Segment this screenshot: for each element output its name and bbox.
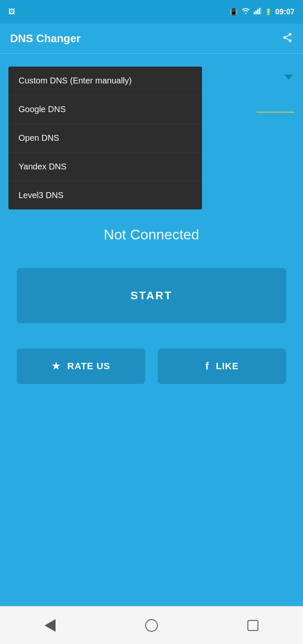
svg-rect-4 [260, 8, 261, 14]
svg-rect-2 [257, 9, 258, 14]
start-button-container: START [17, 268, 286, 323]
svg-rect-3 [259, 8, 260, 14]
app-title: DNS Changer [10, 32, 81, 45]
dropdown-item-open[interactable]: Open DNS [8, 124, 202, 153]
dropdown-item-custom[interactable]: Custom DNS (Enter manually) [8, 67, 202, 95]
right-controls [236, 67, 295, 160]
status-bar: 🖼 📳 🔋 09:07 [0, 0, 303, 24]
app-bar: DNS Changer [0, 24, 303, 54]
dns3-field-line [257, 136, 295, 137]
share-icon[interactable] [282, 32, 293, 46]
time-display: 09:07 [275, 8, 295, 16]
back-button[interactable] [32, 615, 68, 636]
facebook-icon: f [205, 360, 209, 372]
signal-icon [254, 8, 261, 16]
battery-icon: 🔋 [265, 8, 272, 15]
nav-bar [0, 606, 303, 644]
status-bar-left: 🖼 [8, 8, 15, 16]
wifi-icon [241, 8, 250, 16]
svg-rect-1 [255, 11, 257, 14]
chevron-down-icon[interactable] [283, 71, 295, 84]
connection-status: Not Connected [8, 226, 295, 243]
start-button[interactable]: START [17, 268, 286, 323]
like-button[interactable]: f LIKE [158, 349, 286, 384]
back-icon [45, 619, 56, 632]
dns2-field-line [257, 112, 295, 113]
photo-icon: 🖼 [8, 8, 15, 16]
vibrate-icon: 📳 [230, 8, 238, 16]
main-content: Custom DNS (Enter manually) Google DNS O… [0, 54, 303, 606]
dropdown-item-yandex[interactable]: Yandex DNS [8, 153, 202, 181]
home-icon [145, 619, 158, 632]
home-button[interactable] [133, 615, 170, 636]
status-bar-right: 📳 🔋 09:07 [230, 8, 295, 16]
dropdown-item-google[interactable]: Google DNS [8, 95, 202, 124]
dns1-field-line [257, 88, 295, 89]
recents-icon [247, 620, 258, 631]
dropdown-item-level3[interactable]: Level3 DNS [8, 181, 202, 209]
svg-rect-0 [254, 12, 255, 14]
action-buttons: ★ RATE US f LIKE [17, 349, 286, 384]
svg-marker-5 [284, 75, 293, 80]
star-icon: ★ [52, 361, 61, 372]
dns-selector-container: Custom DNS (Enter manually) Google DNS O… [8, 67, 295, 209]
rate-us-button[interactable]: ★ RATE US [17, 349, 145, 384]
dropdown-menu[interactable]: Custom DNS (Enter manually) Google DNS O… [8, 67, 202, 209]
recents-button[interactable] [235, 616, 271, 635]
